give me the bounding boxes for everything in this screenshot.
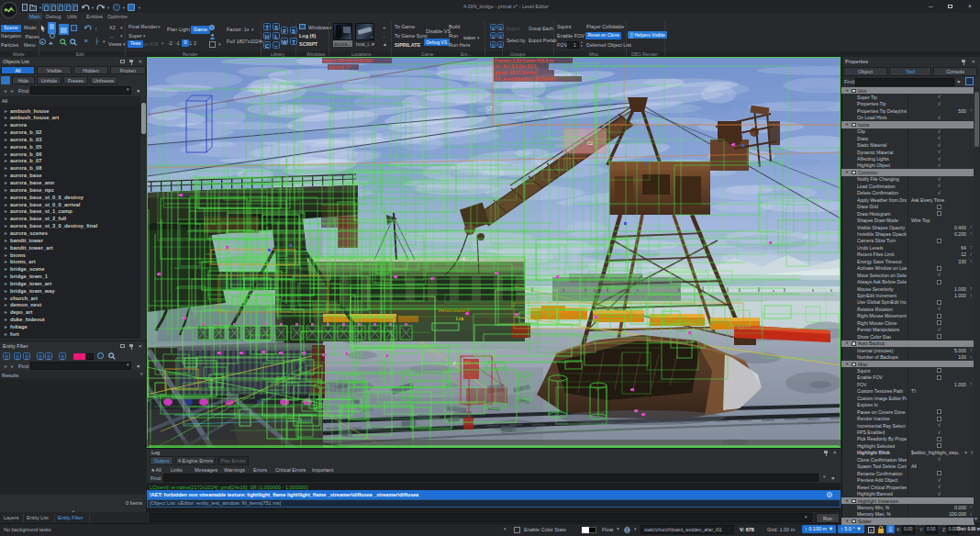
svg-text:C7: C7 xyxy=(486,106,493,111)
svg-text:Humanimal: Humanimal xyxy=(439,307,470,313)
svg-text:C2: C2 xyxy=(587,140,594,146)
svg-text:F: F xyxy=(453,361,456,366)
svg-text:Lra: Lra xyxy=(456,316,463,321)
